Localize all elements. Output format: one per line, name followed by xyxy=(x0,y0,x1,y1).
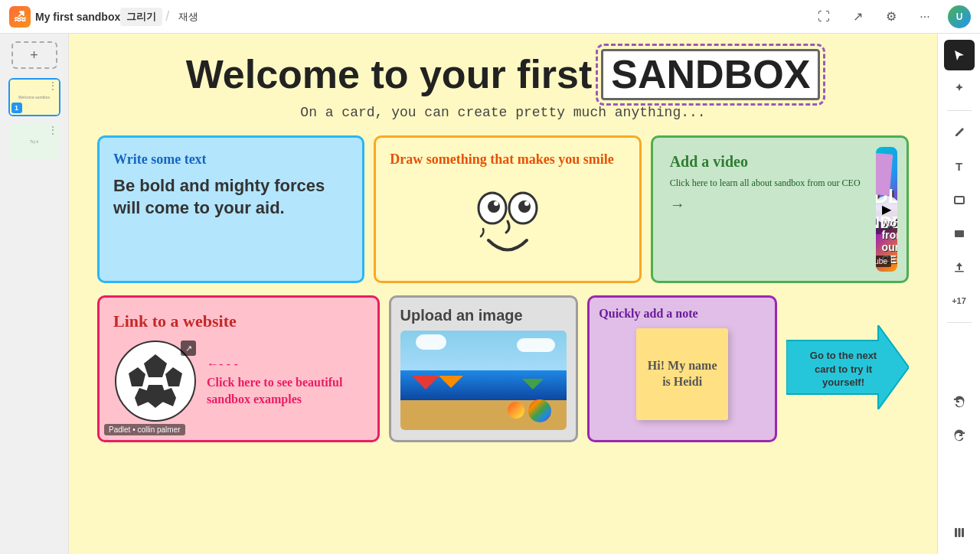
svg-point-5 xyxy=(524,201,529,206)
card-write-title: Write some text xyxy=(113,152,348,168)
svg-point-2 xyxy=(494,201,498,206)
card-write-body: Be bold and mighty forces will come to y… xyxy=(113,175,348,219)
cursor-icon xyxy=(953,49,965,61)
canvas-content: Welcome to your first SANDBOX On a card,… xyxy=(69,34,937,458)
page-thumb-2-inner: Try it ⋮ xyxy=(10,124,59,159)
logo-icon: 🏖 xyxy=(9,6,31,28)
upload-title: Upload an image xyxy=(400,307,567,324)
pages-sidebar: + Welcome sandbox 1 ⋮ Try it ⋮ xyxy=(0,34,69,554)
shape-fill-icon xyxy=(953,227,965,240)
cloud2 xyxy=(517,338,555,352)
tool-shape-outline[interactable] xyxy=(944,184,975,215)
app-title: My first sandbox xyxy=(35,11,120,23)
page-2-dots[interactable]: ⋮ xyxy=(48,125,57,135)
sticky-note: Hi! My name is Heidi xyxy=(636,328,728,420)
title-main: Welcome to your first SANDBOX xyxy=(186,49,821,100)
add-page-button[interactable]: + xyxy=(11,41,57,69)
shape-outline-icon xyxy=(953,194,965,206)
mode-play[interactable]: 재생 xyxy=(172,8,204,26)
svg-rect-17 xyxy=(955,528,957,537)
tool-magic[interactable] xyxy=(944,73,975,104)
page-thumb-1-inner: Welcome sandbox 1 ⋮ xyxy=(10,80,59,115)
avatar[interactable]: U xyxy=(948,5,971,28)
video-thumbnail[interactable]: PADLET SANDBOX ▶ ⌒⌒ word from our CEO Yo… xyxy=(876,147,897,272)
toolbar-separator-1 xyxy=(947,110,972,111)
upload-icon xyxy=(953,261,965,273)
link-card-body-text: Click here to see beautiful sandbox exam… xyxy=(207,374,364,409)
pen-icon xyxy=(953,126,965,138)
share-icon[interactable]: ↗ xyxy=(847,6,868,28)
tool-cursor[interactable] xyxy=(944,40,975,70)
redo-icon xyxy=(953,429,965,442)
topbar-actions: ⛶ ↗ ⚙ ··· U xyxy=(813,5,971,28)
video-arrow: → xyxy=(670,196,861,213)
card-link[interactable]: Link to a website xyxy=(97,295,380,442)
cards-row-1: Write some text Be bold and mighty force… xyxy=(97,135,909,283)
sandbox-highlight: SANDBOX xyxy=(601,49,820,100)
card-next[interactable]: Go to the next card to try it yourself! xyxy=(786,295,909,442)
settings-icon[interactable]: ⚙ xyxy=(880,6,902,28)
card-write-text[interactable]: Write some text Be bold and mighty force… xyxy=(97,135,364,283)
tool-more[interactable]: +17 xyxy=(944,285,975,316)
page-1-dots[interactable]: ⋮ xyxy=(48,81,57,90)
link-arrow: ←- - - xyxy=(207,357,364,371)
main-layout: + Welcome sandbox 1 ⋮ Try it ⋮ Welcome t… xyxy=(0,34,980,554)
toolbar-separator-2 xyxy=(947,322,972,323)
canvas-area[interactable]: Welcome to your first SANDBOX On a card,… xyxy=(69,34,937,554)
svg-rect-19 xyxy=(962,528,964,537)
sticky-note-container: Hi! My name is Heidi xyxy=(599,328,766,420)
expand-icon xyxy=(955,526,964,539)
page-1-mini: Welcome sandbox xyxy=(17,93,51,101)
undo-icon xyxy=(953,396,965,408)
tool-upload[interactable] xyxy=(944,252,975,282)
mode-separator: / xyxy=(165,8,169,24)
card-draw-title: Draw something that makes you smile xyxy=(390,152,625,168)
arrow-shape-container: Go to the next card to try it yourself! xyxy=(786,325,909,412)
fullscreen-icon[interactable]: ⛶ xyxy=(813,6,835,28)
svg-rect-16 xyxy=(955,271,964,272)
page-2-mini: Try it xyxy=(28,138,40,145)
mode-draw[interactable]: 그리기 xyxy=(120,8,162,26)
video-card-title: Add a video xyxy=(670,153,861,171)
tool-pen[interactable] xyxy=(944,117,975,148)
link-card-body: ↗ ←- - - Click here to see beautiful san… xyxy=(113,339,364,426)
app-logo[interactable]: 🏖 My first sandbox xyxy=(9,6,120,28)
cards-row-2: Link to a website xyxy=(97,295,909,442)
title-area: Welcome to your first SANDBOX On a card,… xyxy=(186,49,821,120)
right-toolbar: T +17 xyxy=(937,34,980,554)
padlet-credit: Padlet • collin palmer xyxy=(104,424,185,435)
page-thumb-2[interactable]: Try it ⋮ xyxy=(8,122,60,161)
tool-shape-fill[interactable] xyxy=(944,218,975,249)
more-icon[interactable]: ··· xyxy=(914,6,936,28)
undo-button[interactable] xyxy=(944,386,975,417)
yt-badge: YouTube xyxy=(876,256,891,267)
toolbar-expand[interactable] xyxy=(944,517,975,548)
card-upload[interactable]: Upload an image xyxy=(389,295,579,442)
card-draw[interactable]: Draw something that makes you smile xyxy=(374,135,641,283)
title-subtitle: On a card, you can create pretty much an… xyxy=(186,105,821,120)
link-external-icon: ↗ xyxy=(181,341,196,356)
card-link-title: Link to a website xyxy=(113,311,364,331)
umbrella3 xyxy=(522,379,544,389)
magic-icon xyxy=(953,83,965,95)
soccer-ball-container: ↗ xyxy=(113,339,198,426)
note-card-title: Quickly add a note xyxy=(599,307,766,321)
more-label: +17 xyxy=(952,296,966,305)
page-thumb-1[interactable]: Welcome sandbox 1 ⋮ xyxy=(8,78,60,116)
svg-rect-15 xyxy=(955,230,964,237)
svg-rect-18 xyxy=(958,528,960,537)
text-icon: T xyxy=(956,160,962,173)
card-video[interactable]: Add a video Click here to learn all abou… xyxy=(651,135,909,283)
undo-redo-area xyxy=(944,386,975,457)
svg-point-4 xyxy=(518,200,531,213)
video-card-left: Add a video Click here to learn all abou… xyxy=(662,147,868,272)
card-note[interactable]: Quickly add a note Hi! My name is Heidi xyxy=(587,295,777,442)
link-card-text: ←- - - Click here to see beautiful sandb… xyxy=(207,357,364,409)
svg-point-1 xyxy=(488,200,500,213)
page-number-1: 1 xyxy=(11,103,22,113)
topbar: 🏖 My first sandbox 그리기 / 재생 ⛶ ↗ ⚙ ··· U xyxy=(0,0,980,34)
video-card-subtitle: Click here to learn all about sandbox fr… xyxy=(670,177,861,190)
arrow-text: Go to the next card to try it yourself! xyxy=(802,349,886,389)
tool-text[interactable]: T xyxy=(944,151,975,181)
redo-button[interactable] xyxy=(944,420,975,451)
